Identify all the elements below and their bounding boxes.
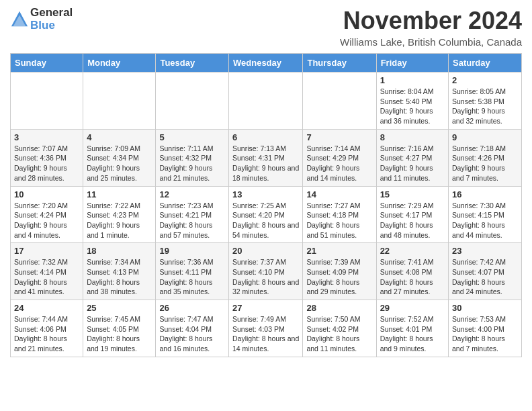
calendar-cell: 5Sunrise: 7:11 AM Sunset: 4:32 PM Daylig… <box>156 129 229 186</box>
day-info: Sunrise: 7:13 AM Sunset: 4:31 PM Dayligh… <box>232 144 299 183</box>
day-number: 2 <box>452 75 518 85</box>
calendar-week-row: 1Sunrise: 8:04 AM Sunset: 5:40 PM Daylig… <box>11 73 522 130</box>
day-info: Sunrise: 7:30 AM Sunset: 4:15 PM Dayligh… <box>452 201 518 240</box>
calendar-cell: 2Sunrise: 8:05 AM Sunset: 5:38 PM Daylig… <box>449 73 522 130</box>
title-section: November 2024 Williams Lake, British Col… <box>340 7 522 48</box>
calendar-cell: 24Sunrise: 7:44 AM Sunset: 4:06 PM Dayli… <box>11 300 83 357</box>
calendar-cell: 10Sunrise: 7:20 AM Sunset: 4:24 PM Dayli… <box>11 186 83 243</box>
calendar-header-saturday: Saturday <box>449 54 522 73</box>
calendar-week-row: 17Sunrise: 7:32 AM Sunset: 4:14 PM Dayli… <box>11 243 522 300</box>
day-info: Sunrise: 7:27 AM Sunset: 4:18 PM Dayligh… <box>306 201 372 240</box>
day-info: Sunrise: 7:45 AM Sunset: 4:05 PM Dayligh… <box>87 314 152 354</box>
calendar-cell: 21Sunrise: 7:39 AM Sunset: 4:09 PM Dayli… <box>303 243 376 300</box>
day-number: 5 <box>159 132 225 142</box>
day-info: Sunrise: 7:37 AM Sunset: 4:10 PM Dayligh… <box>232 257 299 297</box>
day-number: 21 <box>306 246 372 256</box>
day-number: 23 <box>452 246 518 256</box>
calendar-cell: 1Sunrise: 8:04 AM Sunset: 5:40 PM Daylig… <box>376 73 448 130</box>
calendar-table: SundayMondayTuesdayWednesdayThursdayFrid… <box>10 53 522 357</box>
calendar-week-row: 24Sunrise: 7:44 AM Sunset: 4:06 PM Dayli… <box>11 300 522 357</box>
calendar-header-friday: Friday <box>376 54 448 73</box>
calendar-header-wednesday: Wednesday <box>229 54 303 73</box>
calendar-cell: 12Sunrise: 7:23 AM Sunset: 4:21 PM Dayli… <box>156 186 229 243</box>
page: General Blue November 2024 Williams Lake… <box>0 0 532 364</box>
day-number: 17 <box>14 246 79 256</box>
day-info: Sunrise: 7:50 AM Sunset: 4:02 PM Dayligh… <box>306 314 372 354</box>
day-number: 4 <box>87 132 152 142</box>
calendar-cell: 14Sunrise: 7:27 AM Sunset: 4:18 PM Dayli… <box>303 186 376 243</box>
logo-blue: Blue <box>30 19 73 32</box>
calendar-cell: 7Sunrise: 7:14 AM Sunset: 4:29 PM Daylig… <box>303 129 376 186</box>
calendar-week-row: 3Sunrise: 7:07 AM Sunset: 4:36 PM Daylig… <box>11 129 522 186</box>
day-info: Sunrise: 7:32 AM Sunset: 4:14 PM Dayligh… <box>14 257 79 297</box>
day-number: 24 <box>14 303 79 313</box>
day-info: Sunrise: 7:41 AM Sunset: 4:08 PM Dayligh… <box>380 257 445 297</box>
logo-icon <box>10 10 29 29</box>
day-info: Sunrise: 7:49 AM Sunset: 4:03 PM Dayligh… <box>232 314 299 354</box>
day-info: Sunrise: 7:16 AM Sunset: 4:27 PM Dayligh… <box>380 144 445 183</box>
day-number: 27 <box>232 303 299 313</box>
logo: General Blue <box>10 7 73 32</box>
day-info: Sunrise: 7:52 AM Sunset: 4:01 PM Dayligh… <box>380 314 445 354</box>
day-info: Sunrise: 7:25 AM Sunset: 4:20 PM Dayligh… <box>232 201 299 240</box>
day-info: Sunrise: 7:47 AM Sunset: 4:04 PM Dayligh… <box>159 314 225 354</box>
calendar-cell: 15Sunrise: 7:29 AM Sunset: 4:17 PM Dayli… <box>376 186 448 243</box>
day-number: 10 <box>14 189 79 199</box>
calendar-header-monday: Monday <box>83 54 156 73</box>
calendar-cell: 18Sunrise: 7:34 AM Sunset: 4:13 PM Dayli… <box>83 243 156 300</box>
day-number: 13 <box>232 189 299 199</box>
day-info: Sunrise: 7:09 AM Sunset: 4:34 PM Dayligh… <box>87 144 152 183</box>
calendar-cell: 23Sunrise: 7:42 AM Sunset: 4:07 PM Dayli… <box>449 243 522 300</box>
calendar-header-thursday: Thursday <box>303 54 376 73</box>
day-number: 15 <box>380 189 445 199</box>
calendar-cell <box>303 73 376 130</box>
day-number: 6 <box>232 132 299 142</box>
calendar-cell: 30Sunrise: 7:53 AM Sunset: 4:00 PM Dayli… <box>449 300 522 357</box>
logo-general: General <box>30 7 73 19</box>
day-number: 9 <box>452 132 518 142</box>
calendar-header-sunday: Sunday <box>11 54 83 73</box>
calendar-cell: 17Sunrise: 7:32 AM Sunset: 4:14 PM Dayli… <box>11 243 83 300</box>
calendar-cell: 20Sunrise: 7:37 AM Sunset: 4:10 PM Dayli… <box>229 243 303 300</box>
calendar-cell: 25Sunrise: 7:45 AM Sunset: 4:05 PM Dayli… <box>83 300 156 357</box>
calendar-cell: 29Sunrise: 7:52 AM Sunset: 4:01 PM Dayli… <box>376 300 448 357</box>
calendar-cell: 13Sunrise: 7:25 AM Sunset: 4:20 PM Dayli… <box>229 186 303 243</box>
calendar-header-tuesday: Tuesday <box>156 54 229 73</box>
day-info: Sunrise: 7:53 AM Sunset: 4:00 PM Dayligh… <box>452 314 518 354</box>
day-info: Sunrise: 8:05 AM Sunset: 5:38 PM Dayligh… <box>452 87 518 126</box>
day-number: 1 <box>380 75 445 85</box>
header: General Blue November 2024 Williams Lake… <box>10 7 522 48</box>
day-number: 29 <box>380 303 445 313</box>
calendar-cell: 26Sunrise: 7:47 AM Sunset: 4:04 PM Dayli… <box>156 300 229 357</box>
day-info: Sunrise: 7:18 AM Sunset: 4:26 PM Dayligh… <box>452 144 518 183</box>
month-title: November 2024 <box>340 7 522 35</box>
day-info: Sunrise: 7:07 AM Sunset: 4:36 PM Dayligh… <box>14 144 79 183</box>
day-info: Sunrise: 7:22 AM Sunset: 4:23 PM Dayligh… <box>87 201 152 240</box>
calendar-cell: 3Sunrise: 7:07 AM Sunset: 4:36 PM Daylig… <box>11 129 83 186</box>
day-info: Sunrise: 8:04 AM Sunset: 5:40 PM Dayligh… <box>380 87 445 126</box>
day-number: 7 <box>306 132 372 142</box>
calendar-cell: 22Sunrise: 7:41 AM Sunset: 4:08 PM Dayli… <box>376 243 448 300</box>
day-info: Sunrise: 7:36 AM Sunset: 4:11 PM Dayligh… <box>159 257 225 297</box>
day-info: Sunrise: 7:20 AM Sunset: 4:24 PM Dayligh… <box>14 201 79 240</box>
calendar-header-row: SundayMondayTuesdayWednesdayThursdayFrid… <box>11 54 522 73</box>
calendar-cell: 27Sunrise: 7:49 AM Sunset: 4:03 PM Dayli… <box>229 300 303 357</box>
calendar-cell: 4Sunrise: 7:09 AM Sunset: 4:34 PM Daylig… <box>83 129 156 186</box>
day-number: 8 <box>380 132 445 142</box>
day-number: 3 <box>14 132 79 142</box>
calendar-cell: 11Sunrise: 7:22 AM Sunset: 4:23 PM Dayli… <box>83 186 156 243</box>
day-info: Sunrise: 7:42 AM Sunset: 4:07 PM Dayligh… <box>452 257 518 297</box>
day-number: 28 <box>306 303 372 313</box>
day-number: 11 <box>87 189 152 199</box>
day-number: 26 <box>159 303 225 313</box>
day-number: 12 <box>159 189 225 199</box>
day-number: 19 <box>159 246 225 256</box>
day-info: Sunrise: 7:11 AM Sunset: 4:32 PM Dayligh… <box>159 144 225 183</box>
day-info: Sunrise: 7:39 AM Sunset: 4:09 PM Dayligh… <box>306 257 372 297</box>
day-number: 20 <box>232 246 299 256</box>
day-info: Sunrise: 7:29 AM Sunset: 4:17 PM Dayligh… <box>380 201 445 240</box>
day-number: 16 <box>452 189 518 199</box>
day-info: Sunrise: 7:34 AM Sunset: 4:13 PM Dayligh… <box>87 257 152 297</box>
calendar-week-row: 10Sunrise: 7:20 AM Sunset: 4:24 PM Dayli… <box>11 186 522 243</box>
day-number: 25 <box>87 303 152 313</box>
